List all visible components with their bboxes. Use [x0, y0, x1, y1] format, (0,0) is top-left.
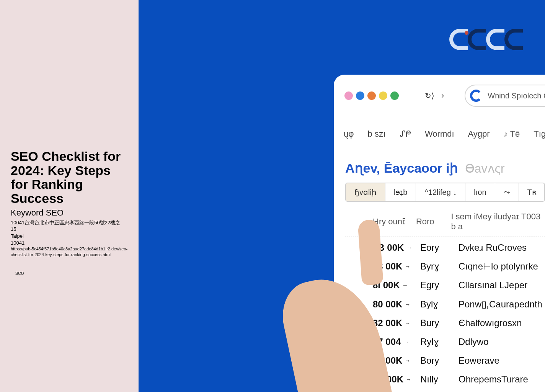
meta-url: https://pub-5c454f571b8e40a3a2aad27ade84… [11, 246, 128, 258]
traffic-light-blue[interactable] [356, 91, 364, 100]
logo-glyph-1 [449, 29, 468, 50]
filter-5[interactable]: Tʀ [519, 183, 545, 201]
table-row[interactable]: 80 00K→ Bylɣ Ponw▯ˌCaurapednth [345, 295, 545, 314]
meta-postal: 10041 [11, 240, 128, 247]
tabs-row: ųφ b sᴢı ᔑᖘ Wormdı Aygpr ♪Tē Tıgeıv, | n… [334, 117, 545, 151]
tab-1[interactable]: ųφ [344, 129, 354, 139]
refresh-icon[interactable]: ↻⟩ [425, 90, 434, 101]
traffic-light-pink[interactable] [344, 91, 353, 100]
meta-address-2: 15 [11, 226, 128, 233]
logo-glyph-3 [486, 29, 504, 50]
page-title: SEO Checklist for 2024: Key Steps for Ra… [11, 149, 128, 206]
sidebar: SEO Checklist for 2024: Key Steps for Ra… [0, 0, 139, 392]
th-3[interactable]: I sem iMey iludyaɪ T003 b a [451, 212, 543, 232]
logo-glyph-4 [504, 29, 523, 50]
address-text: Wnind Spıolech Ovsarroxing ʔmats Oitl ·· [488, 91, 545, 100]
table-row[interactable]: 17 004→ Rylɣ Ddlywo [345, 332, 545, 351]
browser-chrome: ↻⟩ › Wnind Spıolech Ovsarroxing ʔmats Oi… [334, 75, 545, 117]
table-row[interactable]: 32 00K→ Bory Eowerave [345, 351, 545, 370]
traffic-light-yellow[interactable] [379, 91, 387, 100]
loading-spinner-icon [470, 90, 482, 102]
tab-3[interactable]: Wormdı [425, 129, 454, 139]
page-subtitle: Keyword SEO [11, 208, 128, 218]
meta-address-1: 10041台灣台北市中正區忠孝西路一段50號22樓之 [11, 219, 128, 226]
hero-row: Aɳev, Ēaycaoor iḩ Өavʌςr [345, 160, 545, 176]
table-row[interactable]: 32 00K→ Bury Єhalfowıgrosxn [345, 314, 545, 332]
filter-3[interactable]: ^12lifeg ↓ [416, 183, 465, 201]
hero-strong: Aɳev, Ēaycaoor iḩ [345, 160, 458, 176]
forward-icon[interactable]: › [441, 90, 444, 101]
table-header: Hry ounɪ̄ Roro I sem iMey iludyaɪ T003 b… [345, 209, 545, 237]
tab-6[interactable]: Tıgeıv, [534, 129, 545, 139]
th-1[interactable]: Hry ounɪ̄ [373, 217, 408, 227]
filter-bar: ɧvɑliḩ lɘʇb ^12lifeg ↓ lıon ⤳ Tʀ ⤲ Excıe… [345, 183, 545, 202]
logo-glyph-2 [468, 29, 486, 50]
table-row[interactable]: 8I 00K→ Egry Cllarsınal LJeper [345, 276, 545, 294]
tab-2[interactable]: b sᴢı [368, 129, 386, 139]
tag-seo: seo [15, 270, 128, 276]
filter-4[interactable]: lıon [465, 183, 495, 201]
table-row[interactable]: 6B 00K→ Eory Dvkeɹ RuCroves [345, 238, 545, 257]
meta-city: Taipei [11, 233, 128, 240]
hero-light: Өavʌςr [465, 161, 505, 176]
filter-icon[interactable]: ⤳ [495, 183, 519, 201]
traffic-light-green[interactable] [390, 91, 399, 100]
logo-cluster [449, 29, 523, 50]
tab-5[interactable]: ♪Tē [504, 129, 520, 139]
table-row[interactable]: 13 00K→ Byrɣ Cıqne⊢lo ptolynrke [345, 257, 545, 276]
table-row[interactable]: 8Ƨ 00K→ [345, 389, 545, 392]
tab-3-icon[interactable]: ᔑᖘ [400, 129, 411, 139]
filter-1[interactable]: ɧvɑliḩ [346, 183, 385, 201]
filter-2[interactable]: lɘʇb [385, 183, 416, 201]
content-area: Aɳev, Ēaycaoor iḩ Өavʌςr ɧvɑliḩ lɘʇb ^12… [334, 151, 545, 392]
traffic-light-orange[interactable] [367, 91, 376, 100]
address-bar[interactable]: Wnind Spıolech Ovsarroxing ʔmats Oitl ·· [465, 85, 545, 107]
tab-4[interactable]: Aygpr [468, 129, 490, 139]
traffic-lights [344, 91, 399, 100]
th-2[interactable]: Roro [416, 217, 443, 227]
main-canvas: ↻⟩ › Wnind Spıolech Ovsarroxing ʔmats Oi… [139, 0, 545, 392]
table-row[interactable]: S0 00K→ Nılly OhrepemsTurare [345, 370, 545, 389]
browser-window: ↻⟩ › Wnind Spıolech Ovsarroxing ʔmats Oi… [334, 75, 545, 392]
